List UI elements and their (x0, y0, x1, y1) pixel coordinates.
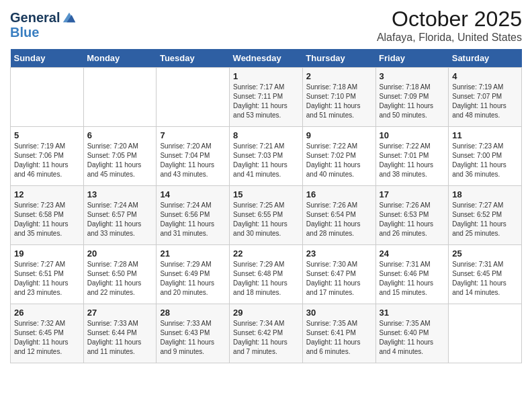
day-number: 3 (380, 71, 445, 81)
day-info: Sunrise: 7:24 AMSunset: 6:57 PMDaylight:… (87, 201, 153, 238)
calendar-cell: 27Sunrise: 7:33 AMSunset: 6:44 PMDayligh… (83, 304, 157, 363)
day-number: 17 (380, 189, 445, 199)
day-info: Sunrise: 7:25 AMSunset: 6:55 PMDaylight:… (233, 201, 299, 238)
header-monday: Monday (83, 49, 157, 68)
calendar-cell: 25Sunrise: 7:31 AMSunset: 6:45 PMDayligh… (449, 245, 522, 304)
calendar-cell: 12Sunrise: 7:23 AMSunset: 6:58 PMDayligh… (11, 186, 84, 245)
day-number: 21 (160, 248, 226, 259)
day-number: 7 (160, 130, 226, 140)
calendar-cell: 4Sunrise: 7:19 AMSunset: 7:07 PMDaylight… (449, 68, 522, 127)
day-number: 31 (380, 308, 445, 318)
day-info: Sunrise: 7:31 AMSunset: 6:45 PMDaylight:… (452, 260, 518, 298)
calendar-cell: 16Sunrise: 7:26 AMSunset: 6:54 PMDayligh… (302, 186, 375, 245)
day-number: 22 (233, 248, 299, 259)
calendar-cell: 7Sunrise: 7:20 AMSunset: 7:04 PMDaylight… (157, 127, 230, 186)
day-info: Sunrise: 7:27 AMSunset: 6:51 PMDaylight:… (14, 260, 80, 298)
day-number: 10 (380, 130, 445, 140)
day-info: Sunrise: 7:22 AMSunset: 7:02 PMDaylight:… (306, 142, 372, 179)
day-info: Sunrise: 7:33 AMSunset: 6:43 PMDaylight:… (160, 319, 226, 357)
calendar-cell: 2Sunrise: 7:18 AMSunset: 7:10 PMDaylight… (302, 68, 375, 127)
day-number: 29 (233, 308, 299, 318)
day-number: 9 (306, 130, 372, 140)
header-thursday: Thursday (302, 49, 375, 68)
day-info: Sunrise: 7:32 AMSunset: 6:45 PMDaylight:… (14, 319, 80, 357)
header-tuesday: Tuesday (157, 49, 230, 68)
calendar-week-row: 26Sunrise: 7:32 AMSunset: 6:45 PMDayligh… (11, 304, 522, 363)
calendar-cell: 8Sunrise: 7:21 AMSunset: 7:03 PMDaylight… (230, 127, 303, 186)
calendar-cell: 9Sunrise: 7:22 AMSunset: 7:02 PMDaylight… (302, 127, 375, 186)
header-saturday: Saturday (449, 49, 522, 68)
calendar-cell: 10Sunrise: 7:22 AMSunset: 7:01 PMDayligh… (375, 127, 449, 186)
day-info: Sunrise: 7:19 AMSunset: 7:07 PMDaylight:… (452, 83, 518, 120)
calendar-cell: 23Sunrise: 7:30 AMSunset: 6:47 PMDayligh… (302, 245, 375, 304)
day-info: Sunrise: 7:20 AMSunset: 7:04 PMDaylight:… (160, 142, 226, 179)
calendar-cell: 31Sunrise: 7:35 AMSunset: 6:40 PMDayligh… (375, 304, 449, 363)
calendar-cell: 19Sunrise: 7:27 AMSunset: 6:51 PMDayligh… (11, 245, 84, 304)
day-number: 4 (452, 71, 518, 81)
calendar-cell: 11Sunrise: 7:23 AMSunset: 7:00 PMDayligh… (449, 127, 522, 186)
calendar-cell: 1Sunrise: 7:17 AMSunset: 7:11 PMDaylight… (230, 68, 303, 127)
day-number: 30 (306, 308, 372, 318)
day-info: Sunrise: 7:17 AMSunset: 7:11 PMDaylight:… (233, 83, 299, 120)
calendar-cell: 3Sunrise: 7:18 AMSunset: 7:09 PMDaylight… (375, 68, 449, 127)
day-number: 16 (306, 189, 372, 199)
calendar-cell: 26Sunrise: 7:32 AMSunset: 6:45 PMDayligh… (11, 304, 84, 363)
day-info: Sunrise: 7:18 AMSunset: 7:10 PMDaylight:… (306, 83, 372, 120)
calendar-cell: 21Sunrise: 7:29 AMSunset: 6:49 PMDayligh… (157, 245, 230, 304)
day-number: 12 (14, 189, 80, 199)
day-info: Sunrise: 7:35 AMSunset: 6:40 PMDaylight:… (380, 319, 445, 357)
day-number: 5 (14, 130, 80, 140)
calendar-cell: 30Sunrise: 7:35 AMSunset: 6:41 PMDayligh… (302, 304, 375, 363)
calendar-table: SundayMondayTuesdayWednesdayThursdayFrid… (10, 49, 522, 363)
calendar-week-row: 1Sunrise: 7:17 AMSunset: 7:11 PMDaylight… (11, 68, 522, 127)
day-number: 23 (306, 248, 372, 259)
day-number: 25 (452, 248, 518, 259)
day-number: 1 (233, 71, 299, 81)
day-number: 27 (87, 308, 153, 318)
day-info: Sunrise: 7:23 AMSunset: 7:00 PMDaylight:… (452, 142, 518, 179)
page-title: October 2025 (377, 7, 522, 32)
day-info: Sunrise: 7:18 AMSunset: 7:09 PMDaylight:… (380, 83, 445, 120)
day-info: Sunrise: 7:19 AMSunset: 7:06 PMDaylight:… (14, 142, 80, 179)
day-number: 2 (306, 71, 372, 81)
day-info: Sunrise: 7:26 AMSunset: 6:53 PMDaylight:… (380, 201, 445, 238)
header-friday: Friday (375, 49, 449, 68)
calendar-cell (449, 304, 522, 363)
day-info: Sunrise: 7:31 AMSunset: 6:46 PMDaylight:… (380, 260, 445, 298)
logo-text: General (10, 10, 60, 25)
day-info: Sunrise: 7:24 AMSunset: 6:56 PMDaylight:… (160, 201, 226, 238)
calendar-week-row: 19Sunrise: 7:27 AMSunset: 6:51 PMDayligh… (11, 245, 522, 304)
day-number: 15 (233, 189, 299, 199)
header-wednesday: Wednesday (230, 49, 303, 68)
day-info: Sunrise: 7:30 AMSunset: 6:47 PMDaylight:… (306, 260, 372, 298)
calendar-cell: 20Sunrise: 7:28 AMSunset: 6:50 PMDayligh… (83, 245, 157, 304)
calendar-cell: 24Sunrise: 7:31 AMSunset: 6:46 PMDayligh… (375, 245, 449, 304)
calendar-header-row: SundayMondayTuesdayWednesdayThursdayFrid… (11, 49, 522, 68)
day-info: Sunrise: 7:34 AMSunset: 6:42 PMDaylight:… (233, 319, 299, 357)
day-info: Sunrise: 7:29 AMSunset: 6:48 PMDaylight:… (233, 260, 299, 298)
calendar-cell: 13Sunrise: 7:24 AMSunset: 6:57 PMDayligh… (83, 186, 157, 245)
calendar-cell: 28Sunrise: 7:33 AMSunset: 6:43 PMDayligh… (157, 304, 230, 363)
day-info: Sunrise: 7:33 AMSunset: 6:44 PMDaylight:… (87, 319, 153, 357)
day-info: Sunrise: 7:35 AMSunset: 6:41 PMDaylight:… (306, 319, 372, 357)
day-number: 6 (87, 130, 153, 140)
day-number: 14 (160, 189, 226, 199)
day-number: 13 (87, 189, 153, 199)
calendar-cell (11, 68, 84, 127)
day-number: 20 (87, 248, 153, 259)
day-info: Sunrise: 7:28 AMSunset: 6:50 PMDaylight:… (87, 260, 153, 298)
day-number: 24 (380, 248, 445, 259)
day-number: 18 (452, 189, 518, 199)
logo-icon (62, 10, 77, 25)
calendar-cell: 15Sunrise: 7:25 AMSunset: 6:55 PMDayligh… (230, 186, 303, 245)
day-number: 26 (14, 308, 80, 318)
day-number: 11 (452, 130, 518, 140)
day-info: Sunrise: 7:23 AMSunset: 6:58 PMDaylight:… (14, 201, 80, 238)
header-sunday: Sunday (11, 49, 84, 68)
calendar-cell (157, 68, 230, 127)
calendar-cell: 17Sunrise: 7:26 AMSunset: 6:53 PMDayligh… (375, 186, 449, 245)
calendar-week-row: 12Sunrise: 7:23 AMSunset: 6:58 PMDayligh… (11, 186, 522, 245)
calendar-cell: 18Sunrise: 7:27 AMSunset: 6:52 PMDayligh… (449, 186, 522, 245)
calendar-cell: 5Sunrise: 7:19 AMSunset: 7:06 PMDaylight… (11, 127, 84, 186)
day-number: 8 (233, 130, 299, 140)
